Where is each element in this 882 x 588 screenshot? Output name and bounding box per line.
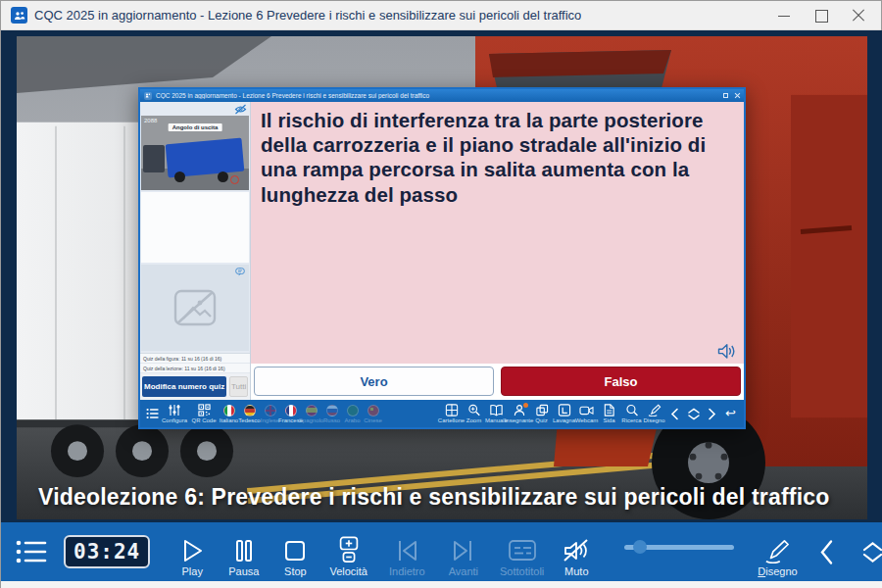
toolbar-expand-button[interactable] bbox=[684, 408, 703, 420]
app-logo-people-icon bbox=[11, 7, 27, 24]
whiteboard-L-icon bbox=[558, 404, 571, 416]
sliders-icon bbox=[168, 404, 181, 416]
thumbnail-title: Angolo di uscita bbox=[169, 123, 222, 131]
thumbnail-wheel bbox=[174, 172, 185, 182]
quiz-sidebar: 2088 Angolo di uscita bbox=[140, 102, 251, 400]
close-button[interactable] bbox=[852, 9, 865, 23]
player-expand-button[interactable] bbox=[852, 539, 882, 565]
chevron-left-icon bbox=[670, 408, 679, 420]
quiz-close-button[interactable] bbox=[735, 93, 740, 98]
player-bar: 03:24 Play Pausa Stop bbox=[1, 522, 882, 581]
app-titlebar: CQC 2025 in aggiornamento - Lezione 6 Pr… bbox=[1, 1, 881, 30]
sidebar-image-panel bbox=[141, 265, 249, 351]
question-text: Il rischio di interferenza tra la parte … bbox=[261, 108, 734, 207]
thumbnail-wheel bbox=[218, 172, 228, 182]
chevrons-up-down-icon bbox=[687, 408, 701, 420]
window-controls bbox=[777, 9, 871, 23]
chevron-right-icon bbox=[708, 408, 716, 420]
flag-spain-icon bbox=[306, 405, 318, 416]
mute-button[interactable]: Muto bbox=[562, 526, 591, 577]
toolbar-lang-spagnolo[interactable]: Spagnolo bbox=[301, 405, 321, 423]
toolbar-qr-code[interactable]: QR Code bbox=[189, 404, 219, 423]
flag-italy-icon bbox=[223, 405, 235, 416]
return-arrow-icon: ↩ bbox=[725, 408, 736, 419]
quiz-figure-thumbnail[interactable]: 2088 Angolo di uscita bbox=[141, 116, 249, 190]
draw-pen-icon bbox=[762, 538, 792, 564]
subtitles-icon bbox=[508, 538, 537, 564]
player-playlist-button[interactable] bbox=[15, 538, 48, 565]
video-caption: Videolezione 6: Prevedere i rischi e sen… bbox=[38, 484, 830, 511]
eye-off-icon[interactable] bbox=[234, 104, 247, 115]
maximize-button[interactable] bbox=[814, 9, 828, 23]
answer-false-button[interactable]: Falso bbox=[501, 367, 741, 396]
toolbar-webcam[interactable]: Webcam bbox=[575, 404, 598, 423]
quiz-maximize-button[interactable] bbox=[723, 93, 728, 98]
player-nav: ↩ bbox=[811, 539, 882, 565]
missing-image-icon bbox=[173, 289, 217, 326]
search-icon bbox=[625, 404, 639, 416]
lesson-timer: 03:24 bbox=[64, 535, 150, 568]
toolbar-configura[interactable]: Configura bbox=[160, 404, 189, 423]
bottom-strip bbox=[1, 581, 882, 588]
sidebar-topbar bbox=[140, 102, 250, 116]
stop-button[interactable]: Stop bbox=[282, 526, 308, 577]
video-stage: Videolezione 6: Prevedere i rischi e sen… bbox=[1, 30, 882, 522]
speed-button[interactable]: Velocità bbox=[329, 526, 368, 577]
quiz-list-button[interactable] bbox=[144, 408, 160, 419]
play-button[interactable]: Play bbox=[179, 526, 205, 577]
volume-thumb[interactable] bbox=[633, 540, 647, 554]
flag-china-icon bbox=[368, 405, 379, 416]
answer-true-button[interactable]: Vero bbox=[254, 367, 494, 396]
toolbar-quiz[interactable]: Quiz bbox=[530, 404, 553, 423]
quiz-window-controls bbox=[723, 93, 740, 98]
toolbar-insegnante[interactable]: Insegnante bbox=[508, 404, 530, 423]
pause-button[interactable]: Pausa bbox=[228, 526, 259, 577]
quiz-number: 2088 bbox=[144, 118, 157, 123]
toolbar-lang-inglese[interactable]: Inglese bbox=[260, 405, 280, 423]
speaker-icon[interactable] bbox=[717, 343, 736, 360]
webcam-icon bbox=[579, 404, 594, 416]
toolbar-next-button[interactable] bbox=[703, 408, 721, 420]
toolbar-lang-italiano[interactable]: Italiano bbox=[219, 405, 239, 423]
toolbar-prev-button[interactable] bbox=[665, 408, 684, 420]
pause-icon bbox=[231, 538, 257, 564]
flag-arabic-icon bbox=[347, 405, 359, 416]
toolbar-cartellone[interactable]: Cartellone bbox=[440, 404, 463, 423]
quiz-window-title: CQC 2025 in aggiornamento - Lezione 6 Pr… bbox=[156, 92, 717, 99]
speed-plus-minus-icon bbox=[336, 536, 362, 564]
all-quiz-button[interactable]: Tutti bbox=[229, 376, 248, 397]
toolbar-lang-cinese[interactable]: Cinese bbox=[363, 405, 383, 423]
toolbar-return-button[interactable]: ↩ bbox=[721, 408, 740, 419]
flag-france-icon bbox=[285, 405, 297, 416]
toolbar-lang-tedesco[interactable]: Tedesco bbox=[239, 405, 260, 423]
toolbar-sida[interactable]: Sida bbox=[598, 404, 620, 423]
zoom-in-icon bbox=[467, 404, 481, 416]
chevron-left-icon bbox=[819, 539, 834, 565]
subtitles-button[interactable]: Sottotitoli bbox=[500, 526, 544, 577]
copy-cards-icon bbox=[535, 404, 549, 416]
toolbar-lavagna[interactable]: Lavagna bbox=[553, 404, 575, 423]
toolbar-ricerca[interactable]: Ricerca bbox=[620, 404, 643, 423]
comment-bubble-icon[interactable] bbox=[235, 268, 245, 276]
sidebar-empty-panel bbox=[141, 192, 249, 263]
toolbar-zoom[interactable]: Zoom bbox=[463, 404, 485, 423]
edit-quiz-number-button[interactable]: Modifica numero quiz bbox=[142, 376, 226, 397]
quiz-main: Il rischio di interferenza tra la parte … bbox=[251, 102, 744, 400]
list-icon bbox=[146, 408, 159, 419]
previous-button[interactable]: Indietro bbox=[389, 526, 425, 577]
toolbar-lang-arabo[interactable]: Arabo bbox=[342, 405, 363, 423]
minimize-button[interactable] bbox=[777, 9, 791, 23]
toolbar-lang-russo[interactable]: Russo bbox=[321, 405, 342, 423]
volume-track[interactable] bbox=[624, 545, 734, 550]
thumbnail-truck-cab bbox=[143, 145, 165, 172]
stop-icon bbox=[282, 538, 308, 564]
next-button[interactable]: Avanti bbox=[449, 526, 478, 577]
answer-buttons: Vero Falso bbox=[251, 364, 744, 400]
volume-slider[interactable] bbox=[624, 545, 734, 550]
thumbnail-annotation-circle bbox=[230, 175, 239, 184]
quiz-window-titlebar: CQC 2025 in aggiornamento - Lezione 6 Pr… bbox=[140, 89, 744, 102]
player-prev-lesson-button[interactable] bbox=[811, 539, 842, 565]
toolbar-disegno[interactable]: Disegno bbox=[643, 404, 665, 423]
qr-code-icon bbox=[198, 404, 211, 416]
draw-button[interactable]: Disegno bbox=[758, 526, 797, 577]
